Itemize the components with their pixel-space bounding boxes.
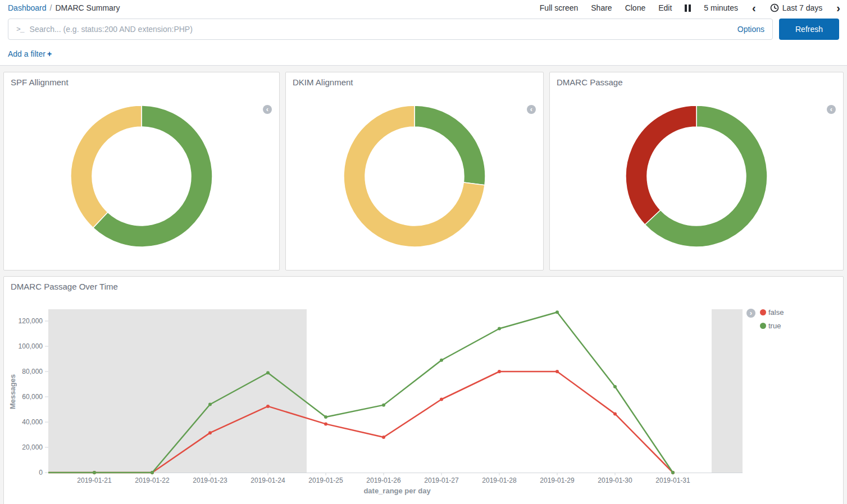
time-range-button[interactable]: Last 7 days [770, 3, 823, 12]
breadcrumb: Dashboard / DMARC Summary [8, 3, 120, 12]
svg-text:2019-01-27: 2019-01-27 [424, 476, 459, 484]
svg-text:2019-01-25: 2019-01-25 [308, 476, 343, 484]
legend-collapse-button[interactable]: ‹ [527, 105, 536, 114]
time-prev-button[interactable]: ‹ [751, 4, 757, 12]
panel-title: SPF Allignment [4, 72, 279, 87]
dmarc-over-time-line-chart[interactable]: 020,00040,00060,00080,000100,000120,0002… [4, 277, 843, 504]
panel-dkim-alignment: DKIM Alignment ‹ [285, 72, 544, 271]
svg-text:40,000: 40,000 [22, 418, 43, 426]
clock-icon [770, 3, 779, 12]
search-box: >_ Options [8, 19, 773, 40]
dmarc-donut-chart[interactable] [625, 105, 768, 250]
edit-button[interactable]: Edit [658, 3, 672, 12]
svg-text:2019-01-21: 2019-01-21 [77, 476, 112, 484]
chart-legend: › false true [746, 308, 784, 330]
legend-label: true [768, 322, 781, 330]
page-title: DMARC Summary [55, 3, 120, 12]
svg-text:2019-01-26: 2019-01-26 [366, 476, 401, 484]
panel-spf-alignment: SPF Allignment ‹ [3, 72, 280, 271]
legend-toggle-button[interactable]: › [746, 309, 755, 318]
panel-dmarc-passage: DMARC Passage ‹ [549, 72, 844, 271]
plus-icon: + [47, 49, 52, 58]
svg-text:0: 0 [39, 469, 43, 476]
top-navbar: Dashboard / DMARC Summary Full screen Sh… [0, 0, 847, 15]
panel-title: DKIM Alignment [286, 72, 543, 87]
time-range-label: Last 7 days [782, 3, 823, 12]
y-axis-title: Messages [8, 350, 17, 434]
legend-collapse-button[interactable]: ‹ [827, 105, 836, 114]
dashboard-grid: SPF Allignment ‹ DKIM Alignment ‹ DMARC … [0, 66, 847, 504]
spf-donut-chart[interactable] [70, 105, 213, 250]
svg-text:100,000: 100,000 [19, 342, 43, 350]
svg-text:2019-01-24: 2019-01-24 [251, 476, 285, 484]
legend-dot-green [760, 323, 766, 329]
options-link[interactable]: Options [737, 25, 764, 34]
svg-text:2019-01-28: 2019-01-28 [482, 476, 517, 484]
refresh-interval-button[interactable]: 5 minutes [704, 3, 738, 12]
add-filter-label: Add a filter [8, 49, 45, 58]
breadcrumb-separator: / [50, 3, 52, 12]
fullscreen-button[interactable]: Full screen [540, 3, 578, 12]
dkim-donut-chart[interactable] [343, 105, 486, 250]
legend-item-true[interactable]: true [760, 322, 784, 330]
navbar-menu: Full screen Share Clone Edit 5 minutes ‹… [540, 3, 841, 12]
legend-item-false[interactable]: false [760, 308, 784, 317]
x-axis-title: date_range per day [4, 487, 790, 495]
panel-dmarc-over-time: DMARC Passage Over Time 020,00040,00060,… [3, 276, 844, 504]
svg-text:2019-01-29: 2019-01-29 [540, 476, 575, 484]
svg-text:2019-01-23: 2019-01-23 [193, 476, 227, 484]
donut-panel-row: SPF Allignment ‹ DKIM Alignment ‹ DMARC … [3, 72, 844, 271]
legend-dot-red [760, 309, 766, 315]
legend-label: false [768, 308, 784, 317]
add-filter-link[interactable]: Add a filter+ [8, 49, 52, 58]
legend-items: false true [760, 308, 784, 330]
query-prompt-icon: >_ [16, 25, 24, 34]
search-bar-row: >_ Options Refresh [0, 15, 847, 45]
svg-text:120,000: 120,000 [19, 317, 43, 325]
svg-text:20,000: 20,000 [22, 443, 43, 451]
filter-bar: Add a filter+ [0, 45, 847, 66]
svg-text:80,000: 80,000 [22, 368, 43, 375]
pause-button[interactable] [685, 4, 691, 12]
pause-icon [685, 4, 687, 12]
search-input[interactable] [30, 25, 731, 34]
svg-text:2019-01-31: 2019-01-31 [655, 476, 690, 484]
time-next-button[interactable]: › [835, 4, 841, 12]
clone-button[interactable]: Clone [625, 3, 646, 12]
svg-text:2019-01-30: 2019-01-30 [598, 476, 632, 484]
svg-text:60,000: 60,000 [22, 393, 43, 401]
legend-collapse-button[interactable]: ‹ [263, 105, 272, 114]
refresh-button[interactable]: Refresh [779, 19, 839, 40]
share-button[interactable]: Share [591, 3, 612, 12]
svg-text:2019-01-22: 2019-01-22 [135, 476, 170, 484]
breadcrumb-dashboard-link[interactable]: Dashboard [8, 3, 47, 12]
panel-title: DMARC Passage [550, 72, 843, 87]
pause-icon [689, 4, 691, 12]
